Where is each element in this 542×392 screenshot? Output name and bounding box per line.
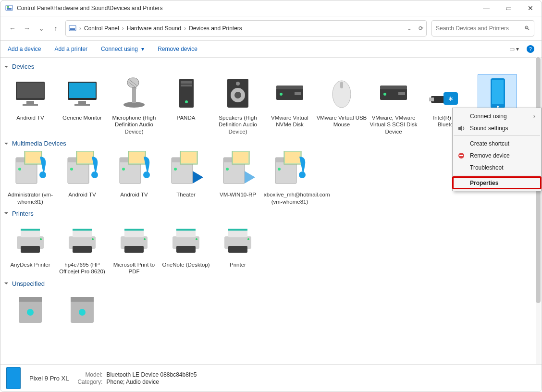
svg-marker-66 [193,171,203,184]
device-item-generic-monitor[interactable]: Generic Monitor [56,74,108,135]
svg-rect-35 [398,92,405,95]
group-header-devices[interactable]: Devices [4,63,534,70]
mm-server-icon [63,151,101,189]
svg-rect-8 [23,104,38,106]
device-item-vmware-usb-mouse[interactable]: VMware Virtual USB Mouse [316,74,368,135]
device-item-ms-pdf[interactable]: Microsoft Print to PDF [108,221,160,275]
svg-rect-102 [228,246,247,253]
breadcrumb-bar[interactable]: › Control Panel › Hardware and Sound › D… [65,20,427,37]
printer-icon [219,221,257,259]
app-icon [5,4,13,12]
device-item-mm-android-1[interactable]: Android TV [56,151,108,205]
search-input[interactable]: Search Devices and Printers 🔍︎ [431,20,534,37]
device-item-hp[interactable]: hp4c7695 (HP Officejet Pro 8620) [56,221,108,275]
svg-point-57 [122,168,125,171]
minimize-button[interactable]: — [475,0,497,16]
svg-point-34 [383,93,386,96]
device-item-printer[interactable]: Printer [212,221,264,275]
svg-rect-20 [181,85,192,86]
device-item-vmwin10rp[interactable]: VM-WIN10-RP [212,151,264,205]
chevron-down-icon[interactable]: ⌄ [407,25,412,32]
bt-dongle-icon: ∗ [426,74,465,112]
device-label: Theater [160,191,212,198]
search-placeholder: Search Devices and Printers [436,25,509,32]
cmd-remove-device[interactable]: Remove device [158,46,197,52]
disk-drive-icon [271,74,309,112]
refresh-icon[interactable]: ⟳ [419,25,423,32]
device-item-unspec-1[interactable] [4,291,56,331]
svg-rect-31 [340,82,343,88]
svg-rect-10 [69,83,96,98]
svg-rect-7 [26,101,34,104]
device-label: VMware Virtual USB Mouse [316,114,368,128]
breadcrumb-leaf[interactable]: Devices and Printers [189,25,242,32]
ctx-remove-device[interactable]: Remove device [453,149,541,161]
device-item-vmware-nvme[interactable]: VMware Virtual NVMe Disk [264,74,316,135]
device-label: VMware, VMware Virtual S SCSI Disk Devic… [368,114,419,135]
svg-rect-27 [276,86,303,89]
ctx-connect-using[interactable]: Connect using› [453,110,541,122]
device-item-admin[interactable]: Administrator (vm-whome81) [4,151,56,205]
svg-rect-3 [69,25,76,31]
svg-point-28 [280,93,283,96]
svg-point-63 [174,168,177,171]
help-button[interactable]: ? [527,45,534,53]
forward-button[interactable]: → [22,24,32,32]
breadcrumb-root[interactable]: Control Panel [84,25,119,32]
svg-rect-12 [74,104,90,106]
device-item-microphone[interactable]: Microphone (High Definition Audio Device… [108,74,160,135]
ctx-create-shortcut[interactable]: Create shortcut [453,137,541,149]
back-button[interactable]: ← [8,24,17,32]
device-item-anydesk[interactable]: AnyDesk Printer [4,221,56,275]
grid-printers: AnyDesk Printerhp4c7695 (HP Officejet Pr… [4,219,534,277]
printer-icon [11,221,49,259]
device-item-vmware-scsi[interactable]: VMware, VMware Virtual S SCSI Disk Devic… [368,74,419,135]
svg-rect-4 [70,28,75,30]
cmd-add-printer[interactable]: Add a printer [54,46,87,52]
svg-rect-112 [459,155,463,156]
svg-rect-33 [380,86,407,89]
mm-server-play-lt-icon [219,151,257,189]
device-label: Printer [212,261,264,268]
device-item-android-tv[interactable]: Android TV [4,74,56,135]
svg-rect-87 [73,246,92,253]
device-item-panda[interactable]: PANDA [160,74,212,135]
svg-rect-2 [7,8,12,10]
device-label: PANDA [160,114,212,121]
cmd-add-device[interactable]: Add a device [8,46,41,52]
status-category-key: Category: [77,379,102,385]
device-label: Android TV [108,191,160,198]
up-button[interactable]: ↑ [51,24,61,32]
device-item-unspec-2[interactable] [56,291,108,331]
svg-point-88 [92,238,94,240]
device-item-onenote[interactable]: OneNote (Desktop) [160,221,212,275]
ctx-sound-settings[interactable]: Sound settings [453,122,541,134]
maximize-button[interactable]: ▭ [497,0,519,16]
device-item-xboxlive[interactable]: xboxlive_mh@hotmail.com (vm-whome81) [264,151,316,205]
svg-rect-6 [17,83,44,98]
device-item-theater[interactable]: Theater [160,151,212,205]
group-header-unspecified[interactable]: Unspecified [4,280,534,287]
svg-rect-96 [176,229,196,231]
close-button[interactable]: ✕ [519,0,542,16]
svg-point-24 [234,92,241,98]
speaker-icon [457,124,465,132]
svg-text:∗: ∗ [448,95,454,102]
svg-rect-81 [21,229,40,231]
ctx-properties[interactable]: Properties [453,177,541,189]
mm-server-icon [115,151,153,189]
device-label: Microsoft Print to PDF [108,261,160,275]
group-header-printers[interactable]: Printers [4,210,534,217]
disk-drive-icon [374,74,413,112]
breadcrumb-mid[interactable]: Hardware and Sound [127,25,181,32]
device-item-speakers[interactable]: Speakers (High Definition Audio Device) [212,74,264,135]
recent-button[interactable]: ⌄ [37,24,46,32]
device-label: VMware Virtual NVMe Disk [264,114,316,128]
tower-pc-icon [167,74,205,112]
cmd-connect-using[interactable]: Connect using ▾ [101,46,144,52]
view-options-button[interactable]: ▭ ▾ [509,46,519,52]
device-item-mm-android-2[interactable]: Android TV [108,151,160,205]
svg-point-98 [196,238,197,240]
ctx-troubleshoot[interactable]: Troubleshoot [453,161,541,173]
status-bar: Pixel 9 Pro XL Model: Bluetooth LE Devic… [0,364,542,392]
